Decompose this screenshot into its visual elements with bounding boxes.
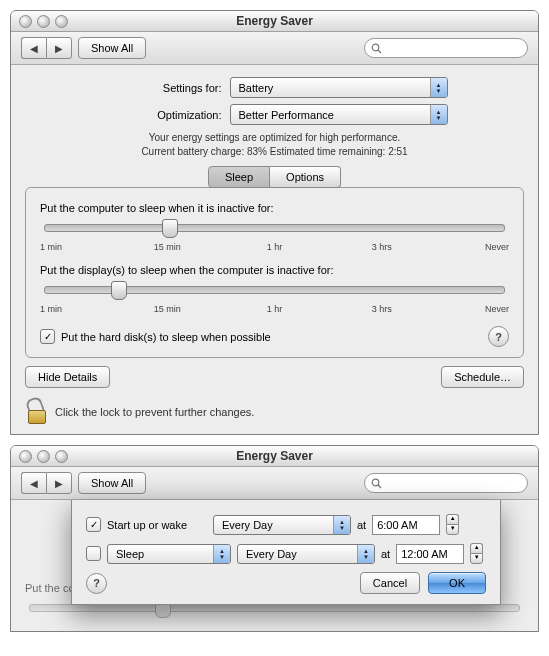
svg-line-3 — [378, 485, 381, 488]
computer-sleep-slider-bg — [29, 604, 520, 612]
close-traffic-light[interactable] — [19, 450, 32, 463]
tab-sleep[interactable]: Sleep — [208, 166, 270, 188]
search-icon — [371, 43, 382, 54]
svg-point-0 — [372, 44, 379, 51]
hide-details-button[interactable]: Hide Details — [25, 366, 110, 388]
status-text: Your energy settings are optimized for h… — [25, 131, 524, 158]
window-title: Energy Saver — [11, 449, 538, 463]
show-all-button[interactable]: Show All — [78, 37, 146, 59]
startup-label: Start up or wake — [107, 519, 207, 531]
display-sleep-label: Put the display(s) to sleep when the com… — [40, 264, 509, 276]
sleep-panel: Put the computer to sleep when it is ina… — [25, 187, 524, 358]
sleep-time-field[interactable]: 12:00 AM — [396, 544, 464, 564]
svg-point-2 — [372, 479, 379, 486]
disk-sleep-label: Put the hard disk(s) to sleep when possi… — [61, 331, 271, 343]
show-all-button[interactable]: Show All — [78, 472, 146, 494]
optimization-label: Optimization: — [102, 109, 222, 121]
display-sleep-slider[interactable] — [44, 286, 505, 294]
popup-arrows-icon: ▲▼ — [430, 105, 447, 124]
optimization-popup[interactable]: Better Performance ▲▼ — [230, 104, 448, 125]
popup-arrows-icon: ▲▼ — [333, 516, 350, 534]
titlebar: Energy Saver — [11, 11, 538, 32]
back-button[interactable]: ◀ — [21, 37, 46, 59]
minimize-traffic-light[interactable] — [37, 15, 50, 28]
forward-button[interactable]: ▶ — [46, 37, 72, 59]
help-button[interactable]: ? — [488, 326, 509, 347]
at-label: at — [357, 519, 366, 531]
popup-arrows-icon: ▲▼ — [213, 545, 230, 563]
popup-arrows-icon: ▲▼ — [357, 545, 374, 563]
display-sleep-thumb[interactable] — [111, 281, 127, 300]
startup-checkbox[interactable]: ✓ — [86, 517, 101, 532]
toolbar: ◀ ▶ Show All — [11, 32, 538, 65]
popup-arrows-icon: ▲▼ — [430, 78, 447, 97]
minimize-traffic-light[interactable] — [37, 450, 50, 463]
sleep-action-popup[interactable]: Sleep ▲▼ — [107, 544, 231, 564]
computer-sleep-thumb[interactable] — [162, 219, 178, 238]
search-icon — [371, 478, 382, 489]
startup-day-popup[interactable]: Every Day ▲▼ — [213, 515, 351, 535]
zoom-traffic-light[interactable] — [55, 15, 68, 28]
schedule-button[interactable]: Schedule… — [441, 366, 524, 388]
search-field[interactable] — [364, 473, 528, 493]
computer-sleep-slider[interactable] — [44, 224, 505, 232]
search-field[interactable] — [364, 38, 528, 58]
settings-for-value: Battery — [239, 82, 274, 94]
energy-saver-window: Energy Saver ◀ ▶ Show All Settings for: … — [10, 10, 539, 435]
disk-sleep-checkbox[interactable]: ✓ — [40, 329, 55, 344]
sleep-checkbox[interactable] — [86, 546, 101, 561]
computer-sleep-label: Put the computer to sleep when it is ina… — [40, 202, 509, 214]
startup-time-field[interactable]: 6:00 AM — [372, 515, 440, 535]
window-title: Energy Saver — [11, 14, 538, 28]
search-input[interactable] — [386, 41, 521, 55]
settings-for-label: Settings for: — [102, 82, 222, 94]
zoom-traffic-light[interactable] — [55, 450, 68, 463]
startup-time-stepper[interactable]: ▲▼ — [446, 514, 459, 535]
help-button[interactable]: ? — [86, 573, 107, 594]
computer-sleep-ticks: 1 min 15 min 1 hr 3 hrs Never — [40, 242, 509, 252]
energy-saver-window-schedule: Energy Saver ◀ ▶ Show All Put the comput… — [10, 445, 539, 632]
display-sleep-ticks: 1 min 15 min 1 hr 3 hrs Never — [40, 304, 509, 314]
settings-for-popup[interactable]: Battery ▲▼ — [230, 77, 448, 98]
forward-button[interactable]: ▶ — [46, 472, 72, 494]
cancel-button[interactable]: Cancel — [360, 572, 420, 594]
toolbar: ◀ ▶ Show All — [11, 467, 538, 500]
ok-button[interactable]: OK — [428, 572, 486, 594]
lock-icon[interactable] — [25, 400, 47, 424]
at-label: at — [381, 548, 390, 560]
close-traffic-light[interactable] — [19, 15, 32, 28]
svg-line-1 — [378, 50, 381, 53]
schedule-sheet: ✓ Start up or wake Every Day ▲▼ at 6:00 … — [71, 500, 501, 605]
search-input[interactable] — [386, 476, 521, 490]
lock-text: Click the lock to prevent further change… — [55, 406, 254, 418]
tab-options[interactable]: Options — [270, 166, 341, 188]
sleep-day-popup[interactable]: Every Day ▲▼ — [237, 544, 375, 564]
optimization-value: Better Performance — [239, 109, 334, 121]
sleep-time-stepper[interactable]: ▲▼ — [470, 543, 483, 564]
titlebar: Energy Saver — [11, 446, 538, 467]
back-button[interactable]: ◀ — [21, 472, 46, 494]
